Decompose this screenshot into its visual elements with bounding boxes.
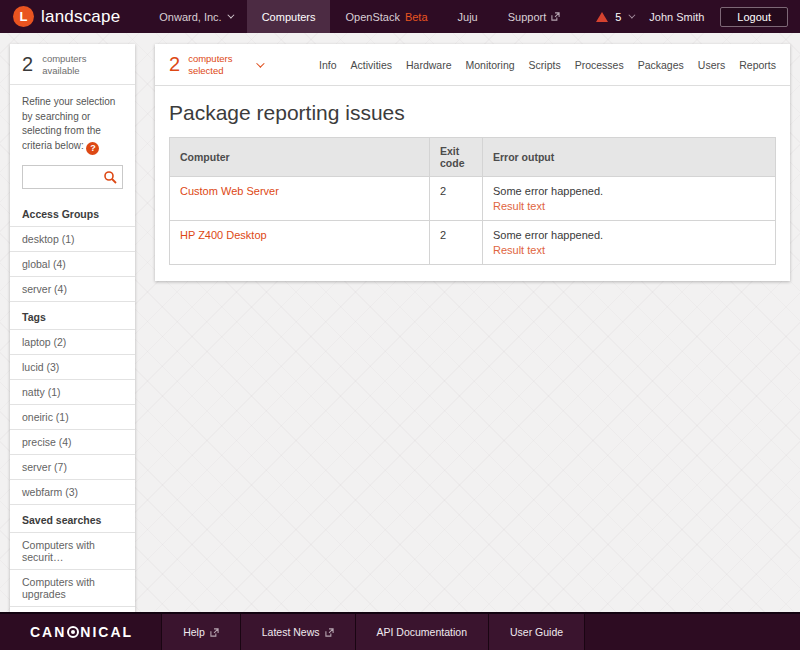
tab-activities[interactable]: Activities bbox=[351, 59, 392, 71]
main-nav: Onward, Inc. Computers OpenStack Beta Ju… bbox=[144, 0, 575, 33]
sidebar-item-precise[interactable]: precise (4) bbox=[10, 429, 135, 454]
computer-tabs: Info Activities Hardware Monitoring Scri… bbox=[319, 59, 776, 71]
beta-badge: Beta bbox=[405, 11, 428, 23]
nav-computers[interactable]: Computers bbox=[247, 0, 331, 33]
logout-button[interactable]: Logout bbox=[720, 7, 788, 27]
chevron-down-icon bbox=[227, 12, 234, 19]
user-name: John Smith bbox=[649, 11, 704, 23]
refine-help-text: Refine your selection by searching or se… bbox=[10, 85, 135, 159]
main-content: Package reporting issues Computer Exit c… bbox=[155, 86, 790, 281]
section-saved-searches: Saved searches bbox=[10, 504, 135, 532]
nav-account-menu[interactable]: Onward, Inc. bbox=[144, 0, 246, 33]
selected-count-label[interactable]: computers selected bbox=[188, 53, 232, 76]
sidebar-item-server-group[interactable]: server (4) bbox=[10, 276, 135, 301]
external-link-icon bbox=[210, 628, 219, 637]
alert-count: 5 bbox=[615, 11, 621, 23]
footer-link-api-documentation[interactable]: API Documentation bbox=[355, 614, 488, 650]
alert-triangle-icon bbox=[596, 12, 608, 22]
computer-link[interactable]: Custom Web Server bbox=[180, 185, 279, 197]
search-box bbox=[22, 165, 123, 189]
result-text-link[interactable]: Result text bbox=[493, 200, 545, 212]
table-row: Custom Web Server 2 Some error happened.… bbox=[170, 177, 776, 221]
exit-code-value: 2 bbox=[430, 177, 483, 221]
tab-packages[interactable]: Packages bbox=[638, 59, 684, 71]
notification-alerts[interactable]: 5 bbox=[596, 11, 633, 23]
page-title: Package reporting issues bbox=[169, 101, 776, 125]
landscape-logo[interactable]: L landscape bbox=[13, 0, 120, 33]
external-link-icon bbox=[551, 12, 560, 21]
error-message: Some error happened. bbox=[493, 185, 603, 197]
sidebar-item-laptop[interactable]: laptop (2) bbox=[10, 329, 135, 354]
exit-code-value: 2 bbox=[430, 221, 483, 265]
footer-link-user-guide[interactable]: User Guide bbox=[488, 614, 585, 650]
selection-dropdown-chevron-icon[interactable] bbox=[257, 59, 265, 67]
footer-bar: CANNICAL Help Latest News API Documentat… bbox=[0, 612, 800, 650]
tab-users[interactable]: Users bbox=[698, 59, 725, 71]
tab-monitoring[interactable]: Monitoring bbox=[466, 59, 515, 71]
package-issues-table: Computer Exit code Error output Custom W… bbox=[169, 137, 776, 265]
tab-info[interactable]: Info bbox=[319, 59, 337, 71]
main-panel: 2 computers selected Info Activities Har… bbox=[155, 44, 790, 281]
tab-processes[interactable]: Processes bbox=[575, 59, 624, 71]
tab-hardware[interactable]: Hardware bbox=[406, 59, 452, 71]
section-tags: Tags bbox=[10, 301, 135, 329]
computer-link[interactable]: HP Z400 Desktop bbox=[180, 229, 267, 241]
selection-bar: 2 computers selected Info Activities Har… bbox=[155, 44, 790, 86]
error-message: Some error happened. bbox=[493, 229, 603, 241]
nav-openstack[interactable]: OpenStack Beta bbox=[330, 0, 442, 33]
sidebar-item-global[interactable]: global (4) bbox=[10, 251, 135, 276]
sidebar-item-webfarm[interactable]: webfarm (3) bbox=[10, 479, 135, 504]
sidebar-item-oneiric[interactable]: oneiric (1) bbox=[10, 404, 135, 429]
sidebar-item-lucid[interactable]: lucid (3) bbox=[10, 354, 135, 379]
tab-reports[interactable]: Reports bbox=[739, 59, 776, 71]
landscape-logo-text: landscape bbox=[41, 7, 120, 27]
top-header-bar: L landscape Onward, Inc. Computers OpenS… bbox=[0, 0, 800, 33]
tab-scripts[interactable]: Scripts bbox=[529, 59, 561, 71]
saved-search-upgrades[interactable]: Computers with upgrades bbox=[10, 569, 135, 606]
footer-links: Help Latest News API Documentation User … bbox=[161, 614, 585, 650]
chevron-down-icon bbox=[629, 12, 636, 19]
computers-available-count: 2 computers available bbox=[10, 44, 135, 85]
section-access-groups: Access Groups bbox=[10, 199, 135, 226]
footer-link-help[interactable]: Help bbox=[161, 614, 240, 650]
nav-juju[interactable]: Juju bbox=[443, 0, 493, 33]
table-row: HP Z400 Desktop 2 Some error happened. R… bbox=[170, 221, 776, 265]
header-right-area: 5 John Smith Logout bbox=[596, 0, 788, 33]
column-computer: Computer bbox=[170, 138, 430, 177]
filter-sidebar: 2 computers available Refine your select… bbox=[10, 44, 135, 640]
canonical-logo: CANNICAL bbox=[30, 614, 133, 650]
external-link-icon bbox=[325, 628, 334, 637]
nav-support[interactable]: Support bbox=[493, 0, 576, 33]
saved-search-security[interactable]: Computers with securit… bbox=[10, 532, 135, 569]
table-header-row: Computer Exit code Error output bbox=[170, 138, 776, 177]
column-error-output: Error output bbox=[483, 138, 776, 177]
help-icon[interactable]: ? bbox=[86, 142, 99, 155]
footer-link-latest-news[interactable]: Latest News bbox=[240, 614, 355, 650]
result-text-link[interactable]: Result text bbox=[493, 244, 545, 256]
canonical-o-icon bbox=[67, 626, 79, 638]
search-icon[interactable] bbox=[103, 170, 117, 184]
sidebar-item-desktop[interactable]: desktop (1) bbox=[10, 226, 135, 251]
column-exit-code: Exit code bbox=[430, 138, 483, 177]
selected-count[interactable]: 2 bbox=[169, 53, 180, 76]
sidebar-item-server-tag[interactable]: server (7) bbox=[10, 454, 135, 479]
sidebar-item-natty[interactable]: natty (1) bbox=[10, 379, 135, 404]
landscape-logo-icon: L bbox=[13, 6, 34, 27]
